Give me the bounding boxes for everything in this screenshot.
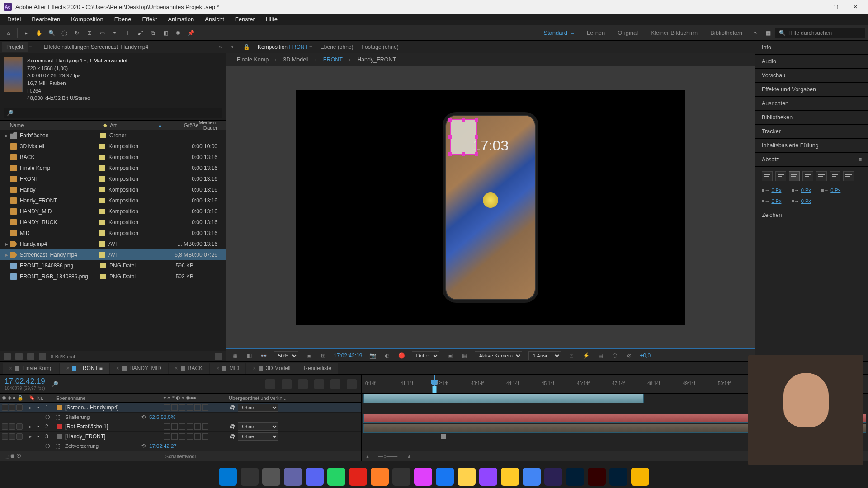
res-icon[interactable]: ▣ bbox=[305, 352, 313, 360]
taskbar-app[interactable] bbox=[284, 468, 302, 486]
layer-row[interactable]: ▸▪2[Rot Farbfläche 1]@Ohne bbox=[0, 422, 361, 432]
align-button[interactable] bbox=[816, 171, 827, 181]
menu-hilfe[interactable]: Hilfe bbox=[261, 14, 282, 24]
pickwhip-icon[interactable]: @ bbox=[230, 423, 235, 430]
search-icon[interactable]: 🔎 bbox=[52, 381, 58, 387]
grid-icon[interactable]: ⊞ bbox=[319, 352, 327, 360]
viewport[interactable]: 17:03 bbox=[226, 66, 755, 349]
workspace-original[interactable]: Original bbox=[611, 28, 644, 38]
taskbar-app[interactable] bbox=[371, 468, 389, 486]
parent-select[interactable]: Ohne bbox=[238, 422, 278, 431]
toggle-switches-icon[interactable]: ⬚ ⬣ ⦿ bbox=[5, 453, 21, 459]
roto-tool[interactable]: ✺ bbox=[172, 27, 184, 39]
tab-effect-controls[interactable]: Effekteinstellungen Screencast_Handy.mp4 bbox=[39, 42, 153, 52]
workspace-lernen[interactable]: Lernen bbox=[580, 28, 611, 38]
minimize-button[interactable]: — bbox=[807, 0, 825, 14]
taskbar-app[interactable] bbox=[306, 468, 324, 486]
project-row[interactable]: Finale KompKomposition0:00:13:16 bbox=[0, 163, 226, 174]
canvas[interactable]: 17:03 bbox=[296, 90, 685, 325]
timeline-tab-handy_mid[interactable]: × HANDY_MID bbox=[110, 363, 168, 374]
project-row[interactable]: FRONT_RGB_1840886.pngPNG-Datei503 KB bbox=[0, 271, 226, 282]
panel-info[interactable]: Info bbox=[755, 41, 868, 55]
taskbar-app[interactable] bbox=[262, 468, 280, 486]
panel-bibliotheken[interactable]: Bibliotheken bbox=[755, 111, 868, 125]
project-row[interactable]: HandyKomposition0:00:13:16 bbox=[0, 184, 226, 195]
crumb-Handy_FRONT[interactable]: Handy_FRONT bbox=[357, 56, 396, 63]
project-row[interactable]: MIDKomposition0:00:13:16 bbox=[0, 228, 226, 239]
project-row[interactable]: 3D ModellKomposition0:00:10:00 bbox=[0, 141, 226, 152]
puppet-tool[interactable]: 📌 bbox=[185, 27, 197, 39]
timeline-tab-3d-modell[interactable]: × 3D Modell bbox=[246, 363, 297, 374]
layer-bar-1[interactable] bbox=[363, 394, 644, 403]
visibility-icon[interactable] bbox=[2, 423, 8, 430]
visibility-icon[interactable] bbox=[2, 404, 8, 411]
transparency-icon[interactable]: ▦ bbox=[460, 352, 468, 360]
taskbar-app[interactable] bbox=[609, 468, 627, 486]
menu-datei[interactable]: Datei bbox=[3, 14, 25, 24]
graph-editor-icon[interactable] bbox=[314, 379, 324, 389]
taskbar-app[interactable] bbox=[458, 468, 476, 486]
timeline-tab-back[interactable]: × BACK bbox=[169, 363, 209, 374]
workspace-kleiner bildschirm[interactable]: Kleiner Bildschirm bbox=[644, 28, 704, 38]
menu-fenster[interactable]: Fenster bbox=[231, 14, 259, 24]
pixel-ar-icon[interactable]: ⊡ bbox=[567, 352, 576, 360]
taskbar-app[interactable] bbox=[544, 468, 562, 486]
viewer-timecode[interactable]: 17:02:42:19 bbox=[334, 352, 362, 359]
layer-row[interactable]: ▸▪1[Screen... Handy.mp4]@Ohne bbox=[0, 403, 361, 413]
menu-effekt[interactable]: Effekt bbox=[137, 14, 161, 24]
panel-tracker[interactable]: Tracker bbox=[755, 125, 868, 139]
col-duration[interactable]: Medien-Dauer bbox=[198, 120, 222, 131]
taskbar-app[interactable] bbox=[327, 468, 345, 486]
project-row[interactable]: ▸FarbflächenOrdner bbox=[0, 130, 226, 141]
viewer-tab-layer[interactable]: Ebene (ohne) bbox=[321, 44, 354, 50]
taskbar-app[interactable] bbox=[501, 468, 519, 486]
viewer-tab-footage[interactable]: Footage (ohne) bbox=[362, 44, 399, 50]
roi-icon[interactable]: ▣ bbox=[446, 352, 454, 360]
col-type[interactable]: Art bbox=[110, 122, 159, 128]
glasses-icon[interactable]: 👓 bbox=[259, 352, 268, 360]
mask-icon[interactable]: ◧ bbox=[245, 352, 253, 360]
type-tool[interactable]: T bbox=[122, 27, 133, 39]
help-search[interactable]: 🔍 Hilfe durchsuchen bbox=[775, 28, 865, 38]
menu-komposition[interactable]: Komposition bbox=[66, 14, 108, 24]
brush-tool[interactable]: 🖌 bbox=[134, 27, 146, 39]
new-folder-icon[interactable] bbox=[15, 353, 23, 360]
taskbar-app[interactable] bbox=[241, 468, 259, 486]
pickwhip-icon[interactable]: @ bbox=[230, 433, 235, 440]
hand-tool[interactable]: ✋ bbox=[33, 27, 45, 39]
camera-select[interactable]: Aktive Kamera bbox=[475, 351, 522, 360]
interpret-icon[interactable] bbox=[4, 353, 11, 360]
home-tool[interactable]: ⌂ bbox=[3, 27, 14, 39]
pickwhip-icon[interactable]: @ bbox=[230, 404, 235, 411]
switches-modes-toggle[interactable]: Schalter/Modi bbox=[165, 454, 196, 459]
zoom-in-icon[interactable]: ▲ bbox=[406, 453, 412, 460]
snapshot-icon[interactable]: 📷 bbox=[368, 352, 377, 360]
viewer-tab-comp[interactable]: Komposition FRONT ≡ bbox=[258, 44, 312, 50]
color-mgmt-icon[interactable]: 🔴 bbox=[397, 352, 406, 360]
timeline-tab-renderliste[interactable]: Renderliste bbox=[297, 363, 338, 374]
panel-expand-icon[interactable]: » bbox=[219, 44, 226, 50]
indent-input[interactable]: ≡→ 0 Px bbox=[821, 188, 840, 193]
taskbar-app[interactable] bbox=[566, 468, 584, 486]
indent-input[interactable]: ≡→ 0 Px bbox=[762, 188, 781, 193]
project-row[interactable]: BACKKomposition0:00:13:16 bbox=[0, 152, 226, 163]
draft3d-icon[interactable] bbox=[347, 379, 357, 389]
trash-icon[interactable] bbox=[215, 353, 222, 360]
flowchart-icon[interactable]: ⬡ bbox=[611, 352, 619, 360]
align-button[interactable] bbox=[789, 171, 800, 181]
crumb-FRONT[interactable]: FRONT bbox=[323, 56, 343, 63]
panel-inhaltsbasierte-füllung[interactable]: Inhaltsbasierte Füllung bbox=[755, 139, 868, 153]
orbit-tool[interactable]: ◯ bbox=[58, 27, 70, 39]
crumb-Finale Komp[interactable]: Finale Komp bbox=[237, 56, 269, 63]
channel-icon[interactable]: ◐ bbox=[383, 352, 391, 360]
timeline-timecode[interactable]: 17:02:42:19 bbox=[5, 377, 45, 386]
zoom-tool[interactable]: 🔍 bbox=[46, 27, 57, 39]
shape-tool[interactable]: ▭ bbox=[96, 27, 108, 39]
menu-bearbeiten[interactable]: Bearbeiten bbox=[27, 14, 65, 24]
taskbar-app[interactable] bbox=[392, 468, 410, 486]
bit-depth-icon[interactable] bbox=[39, 353, 46, 360]
keyframe-marker[interactable] bbox=[441, 434, 446, 439]
pen-tool[interactable]: ✒ bbox=[109, 27, 121, 39]
workspace-standard[interactable]: Standard ≡ bbox=[537, 28, 580, 38]
frame-blend-icon[interactable] bbox=[282, 379, 292, 389]
